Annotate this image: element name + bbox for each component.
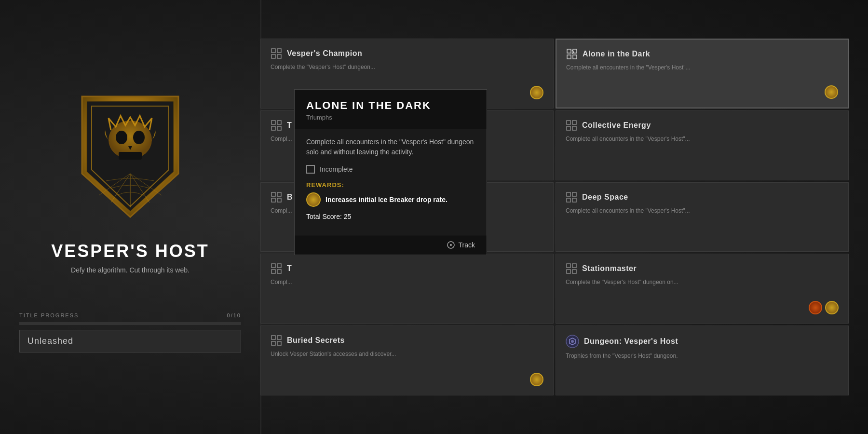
triumph-desc-dungeon: Trophies from the "Vesper's Host" dungeo… (566, 352, 839, 386)
triumph-grid-icon (271, 48, 282, 59)
svg-rect-19 (573, 55, 577, 59)
svg-point-51 (450, 244, 452, 246)
triumph-grid-icon9 (271, 335, 282, 346)
triumph-grid-icon3 (271, 120, 282, 131)
svg-rect-24 (567, 121, 570, 124)
triumph-grid-icon6 (566, 191, 577, 203)
triumph-grid-icon4 (566, 120, 577, 131)
svg-point-1 (116, 131, 127, 144)
progress-label: TITLE PROGRESS (19, 312, 79, 318)
svg-rect-23 (277, 126, 281, 130)
card-header: Stationmaster (566, 263, 839, 274)
svg-rect-31 (277, 198, 281, 202)
status-text: Incomplete (320, 165, 353, 173)
progress-value: 0/10 (227, 312, 241, 318)
svg-rect-37 (277, 264, 281, 268)
svg-rect-45 (277, 336, 281, 339)
score-value: 25 (344, 213, 352, 220)
tooltip-body: Complete all encounters in the "Vesper's… (295, 129, 487, 235)
svg-rect-26 (567, 126, 570, 130)
left-panel: VESPER'S HOST Defy the algorithm. Cut th… (0, 0, 260, 434)
svg-rect-36 (271, 264, 275, 268)
title-name: Unleashed (19, 330, 241, 353)
svg-rect-25 (572, 121, 576, 124)
progress-bar (19, 322, 241, 325)
reward-item: Increases initial Ice Breaker drop rate. (306, 192, 475, 207)
svg-rect-12 (271, 49, 275, 53)
tooltip-header: ALONE IN THE DARK Triumphs (295, 90, 487, 129)
tooltip-title: ALONE IN THE DARK (306, 99, 475, 112)
tooltip-popup: ALONE IN THE DARK Triumphs Complete all … (294, 89, 487, 255)
reward-icon-gold4 (530, 373, 543, 386)
svg-rect-22 (271, 126, 275, 130)
tooltip-status: Incomplete (306, 165, 475, 174)
triumph-card-alone-dark[interactable]: Alone in the Dark Complete all encounter… (556, 39, 849, 108)
triumph-grid-icon2 (566, 48, 578, 60)
triumph-desc-deep-space: Complete all encounters in the "Vesper's… (566, 207, 839, 243)
card-header: Vesper's Champion (271, 48, 543, 59)
triumph-rewards-stationmaster (566, 301, 839, 314)
svg-rect-14 (271, 54, 275, 58)
triumph-card-t4[interactable]: T Compl... (260, 254, 554, 324)
triumph-card-dungeon[interactable]: Dungeon: Vesper's Host Trophies from the… (556, 326, 849, 395)
triumph-name-alone: Alone in the Dark (583, 50, 650, 58)
triumph-card-stationmaster[interactable]: Stationmaster Complete the "Vesper's Hos… (556, 254, 849, 324)
track-label: Track (459, 241, 475, 249)
triumph-grid-icon7 (271, 263, 282, 274)
reward-icon-orange (809, 301, 822, 314)
track-icon (447, 241, 455, 249)
tooltip-score: Total Score: 25 (306, 213, 475, 220)
triumph-card-deep-space[interactable]: Deep Space Complete all encounters in th… (556, 182, 849, 252)
triumph-desc-buried: Unlock Vesper Station's accesses and dis… (271, 350, 543, 370)
triumph-desc-t4: Compl... (271, 278, 543, 314)
status-checkbox (306, 165, 315, 174)
svg-rect-29 (277, 192, 281, 196)
svg-rect-38 (271, 270, 275, 273)
svg-rect-39 (277, 270, 281, 273)
shield-emblem (68, 82, 193, 227)
reward-icon-gold (530, 86, 543, 99)
reward-icon-gold2 (825, 85, 838, 99)
dungeon-badge-icon (566, 335, 579, 348)
triumph-name-b3: B (287, 193, 293, 202)
triumph-name-dungeon: Dungeon: Vesper's Host (584, 337, 678, 346)
svg-rect-32 (567, 192, 570, 196)
triumph-name-deep-space: Deep Space (582, 193, 628, 202)
svg-rect-43 (572, 270, 576, 273)
svg-rect-21 (277, 121, 281, 124)
triumph-desc-alone: Complete all encounters in the "Vesper's… (566, 64, 838, 82)
card-header: T (271, 263, 543, 274)
svg-rect-15 (277, 54, 281, 58)
card-header: Buried Secrets (271, 335, 543, 346)
svg-rect-16 (567, 49, 571, 53)
tooltip-footer: Track (295, 235, 487, 255)
reward-icon-gold3 (825, 301, 839, 314)
track-button[interactable]: Track (447, 241, 475, 249)
triumph-desc-stationmaster: Complete the "Vesper's Host" dungeon on.… (566, 278, 839, 298)
rewards-label: REWARDS: (306, 181, 475, 189)
svg-rect-41 (572, 264, 576, 268)
triumph-name-collective: Collective Energy (582, 121, 651, 130)
svg-rect-42 (567, 270, 570, 273)
triumph-name-t2: T (287, 121, 292, 130)
triumph-rewards-alone (566, 85, 838, 99)
triumph-rewards-buried (271, 373, 543, 386)
svg-rect-27 (572, 126, 576, 130)
dungeon-subtitle: Defy the algorithm. Cut through its web. (71, 266, 190, 274)
card-header: Collective Energy (566, 120, 839, 131)
card-header: Dungeon: Vesper's Host (566, 335, 839, 348)
svg-rect-20 (271, 121, 275, 124)
dungeon-title: VESPER'S HOST (51, 241, 209, 261)
svg-rect-13 (277, 49, 281, 53)
svg-rect-18 (567, 55, 571, 59)
triumph-card-buried-secrets[interactable]: Buried Secrets Unlock Vesper Station's a… (260, 326, 554, 395)
svg-rect-28 (271, 192, 275, 196)
svg-rect-46 (271, 341, 275, 345)
tooltip-reward-icon (306, 192, 321, 207)
tooltip-description: Complete all encounters in the "Vesper's… (306, 137, 475, 157)
triumph-grid-icon5 (271, 191, 282, 203)
tooltip-reward-text: Increases initial Ice Breaker drop rate. (326, 196, 448, 203)
svg-rect-33 (572, 192, 576, 196)
triumph-card-collective[interactable]: Collective Energy Complete all encounter… (556, 110, 849, 180)
triumph-name: Vesper's Champion (287, 49, 362, 58)
